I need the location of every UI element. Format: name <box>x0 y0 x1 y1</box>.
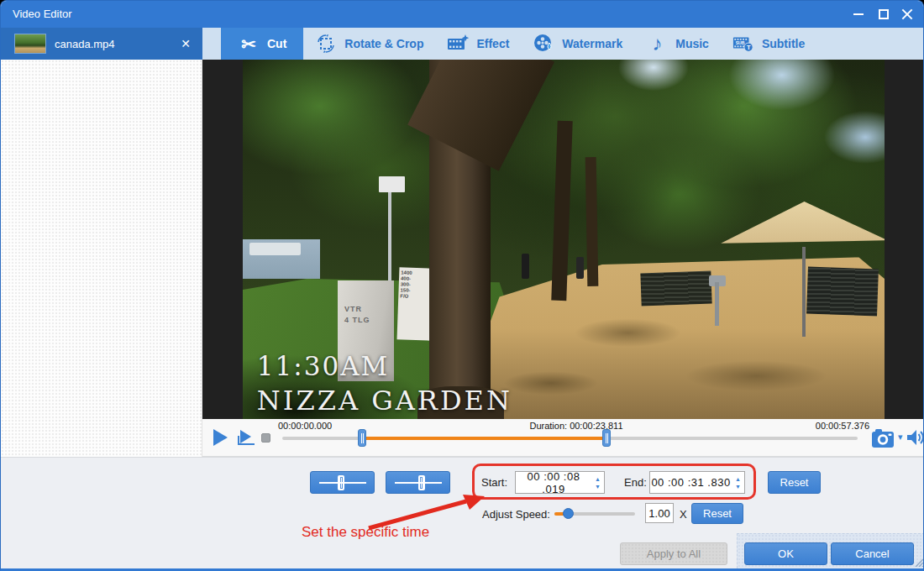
tab-music-label: Music <box>675 37 709 50</box>
spin-down-icon[interactable]: ▼ <box>735 483 741 490</box>
cut-scissors-icon: ✂ <box>238 33 260 55</box>
reset-speed-button[interactable]: Reset <box>691 503 743 524</box>
rotate-crop-icon <box>315 33 337 55</box>
tab-rotate-crop[interactable]: Rotate & Crop <box>303 28 435 60</box>
speed-slider[interactable] <box>554 508 635 520</box>
tab-subtitle-label: Subtitle <box>762 37 805 50</box>
spin-down-icon[interactable]: ▼ <box>595 483 601 490</box>
subtitle-icon: SUBT <box>732 33 754 55</box>
video-editor-window: Video Editor canada.mp4 ✕ ✂ Cut Rotate &… <box>0 0 924 571</box>
play-button[interactable] <box>213 429 228 446</box>
set-start-trim-button[interactable] <box>310 471 375 494</box>
effect-icon <box>447 33 469 55</box>
tab-music[interactable]: ♪ Music <box>634 28 721 60</box>
tab-subtitle[interactable]: SUBT Subtitle <box>721 28 816 60</box>
tab-row: canada.mp4 ✕ ✂ Cut Rotate & Crop Effect <box>1 28 923 60</box>
spin-up-icon[interactable]: ▲ <box>735 475 741 483</box>
close-icon <box>901 8 913 20</box>
cancel-button[interactable]: Cancel <box>831 542 914 565</box>
tab-cut[interactable]: ✂ Cut <box>221 28 303 60</box>
preview-viewport: 1400 400- 300- 150- F/O VTR 4 TLG 11:30A… <box>202 60 924 419</box>
stop-button[interactable] <box>261 433 270 443</box>
end-label: End: <box>624 476 647 489</box>
playback-bar: 00:00:00.000 Duration: 00:00:23.811 00:0… <box>202 419 924 457</box>
end-time-spinner[interactable]: 00 :00 :31 .830 ▲ ▼ <box>649 471 745 494</box>
snapshot-dropdown-icon[interactable]: ▾ <box>898 432 903 443</box>
speed-value-field[interactable]: 1.00 <box>645 503 674 523</box>
speed-value: 1.00 <box>648 507 669 520</box>
range-handle-end[interactable] <box>602 429 611 447</box>
close-button[interactable] <box>895 1 920 28</box>
start-label: Start: <box>481 476 507 489</box>
title-bar: Video Editor <box>1 1 923 28</box>
start-spin-buttons: ▲ ▼ <box>591 472 604 493</box>
window-title: Video Editor <box>13 1 72 28</box>
end-spin-buttons: ▲ ▼ <box>732 472 744 493</box>
adjust-speed-label: Adjust Speed: <box>482 508 550 521</box>
range-fill <box>362 437 606 440</box>
tab-cut-label: Cut <box>267 37 286 50</box>
file-tab-canada[interactable]: canada.mp4 ✕ <box>1 28 202 60</box>
spin-up-icon[interactable]: ▲ <box>595 475 601 483</box>
file-close-icon[interactable]: ✕ <box>181 37 191 50</box>
trim-end-icon <box>395 475 442 490</box>
watermark-icon <box>533 33 554 55</box>
play-segment-underline <box>238 436 255 445</box>
end-time-value[interactable]: 00 :00 :31 .830 <box>650 476 732 489</box>
video-overlay-title: NIZZA GARDEN <box>257 385 512 416</box>
minimize-icon <box>853 13 864 15</box>
start-time-value[interactable]: 00 :00 :08 .019 <box>516 470 591 495</box>
speed-thumb[interactable] <box>563 508 574 519</box>
maximize-icon <box>879 9 889 19</box>
tab-effect-label: Effect <box>476 37 509 50</box>
minimize-button[interactable] <box>846 1 871 28</box>
volume-button[interactable] <box>906 427 924 448</box>
svg-text:T: T <box>747 44 751 51</box>
file-name: canada.mp4 <box>55 38 181 50</box>
resize-grip[interactable] <box>913 555 923 570</box>
tab-effect[interactable]: Effect <box>435 28 521 60</box>
cancel-label: Cancel <box>855 547 889 560</box>
annotation-text: Set the specific time <box>302 524 429 541</box>
set-end-trim-button[interactable] <box>386 471 450 494</box>
tab-rotate-crop-label: Rotate & Crop <box>344 37 423 50</box>
music-note-icon: ♪ <box>646 33 668 55</box>
camera-icon <box>872 428 895 448</box>
apply-to-all-label: Apply to All <box>647 547 701 560</box>
ok-button[interactable]: OK <box>744 542 827 565</box>
speaker-icon <box>906 427 924 448</box>
start-time-spinner[interactable]: 00 :00 :08 .019 ▲ ▼ <box>515 471 605 494</box>
snapshot-button[interactable] <box>872 428 895 448</box>
video-frame: 1400 400- 300- 150- F/O VTR 4 TLG 11:30A… <box>243 60 885 419</box>
tab-watermark-label: Watermark <box>562 37 622 50</box>
file-thumbnail <box>14 34 46 54</box>
ok-label: OK <box>778 547 794 560</box>
tab-watermark[interactable]: Watermark <box>521 28 634 60</box>
apply-to-all-button[interactable]: Apply to All <box>620 542 727 565</box>
cut-control-panel: Start: 00 :00 :08 .019 ▲ ▼ End: 00 :00 :… <box>1 457 924 571</box>
reset-speed-label: Reset <box>703 507 732 520</box>
maximize-button[interactable] <box>871 1 896 28</box>
main-area: 1400 400- 300- 150- F/O VTR 4 TLG 11:30A… <box>1 60 923 419</box>
file-list-sidebar <box>1 60 202 457</box>
svg-text:SUB: SUB <box>736 40 745 45</box>
range-handle-start[interactable] <box>358 429 366 447</box>
trim-start-icon <box>319 475 366 490</box>
reset-range-button[interactable]: Reset <box>768 471 821 494</box>
reset-range-label: Reset <box>780 476 809 489</box>
tool-tabs: ✂ Cut Rotate & Crop Effect Watermark <box>202 28 924 60</box>
play-segment-button[interactable] <box>238 429 256 448</box>
speed-unit: X <box>680 508 687 521</box>
seek-slider[interactable] <box>282 429 858 447</box>
video-overlay-time: 11:30AM <box>257 351 389 381</box>
